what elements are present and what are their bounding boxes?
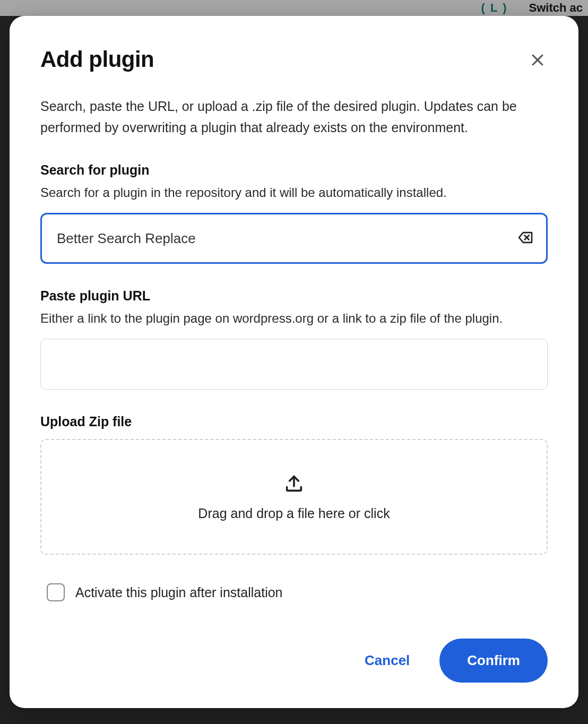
upload-dropzone[interactable]: Drag and drop a file here or click — [40, 439, 548, 555]
upload-section: Upload Zip file Drag and drop a file her… — [40, 414, 548, 555]
activate-row: Activate this plugin after installation — [40, 583, 548, 601]
search-input-wrap — [40, 213, 548, 264]
clear-search-button[interactable] — [515, 227, 536, 250]
url-subtitle: Either a link to the plugin page on word… — [40, 311, 548, 326]
close-button[interactable] — [528, 50, 548, 72]
upload-icon — [283, 473, 305, 494]
search-subtitle: Search for a plugin in the repository an… — [40, 185, 548, 200]
cancel-button[interactable]: Cancel — [356, 646, 418, 675]
modal-header: Add plugin — [40, 47, 548, 72]
activate-checkbox[interactable] — [47, 583, 65, 601]
search-input[interactable] — [40, 213, 548, 264]
url-input[interactable] — [40, 339, 548, 390]
backspace-clear-icon — [517, 229, 534, 246]
confirm-button[interactable]: Confirm — [439, 639, 548, 683]
search-title: Search for plugin — [40, 162, 548, 178]
modal-footer: Cancel Confirm — [40, 617, 548, 683]
search-section: Search for plugin Search for a plugin in… — [40, 162, 548, 264]
modal-title: Add plugin — [40, 47, 154, 72]
activate-label: Activate this plugin after installation — [75, 585, 283, 600]
close-icon — [530, 52, 546, 68]
modal-description: Search, paste the URL, or upload a .zip … — [40, 96, 548, 138]
url-section: Paste plugin URL Either a link to the pl… — [40, 288, 548, 390]
url-title: Paste plugin URL — [40, 288, 548, 304]
upload-title: Upload Zip file — [40, 414, 548, 429]
dropzone-text: Drag and drop a file here or click — [198, 506, 390, 521]
add-plugin-modal: Add plugin Search, paste the URL, or upl… — [10, 16, 578, 708]
